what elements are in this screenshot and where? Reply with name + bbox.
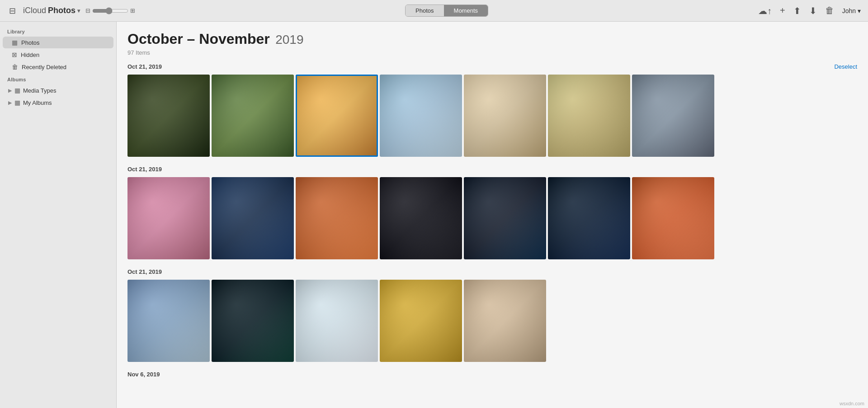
photo-canvas (296, 75, 378, 157)
title-year: 2019 (275, 33, 303, 47)
app-logo: iCloud Photos ▾ (23, 6, 80, 15)
app-chevron-icon[interactable]: ▾ (77, 8, 80, 14)
section-header-1: Oct 21, 2019 Deselect (127, 63, 857, 70)
photo-canvas (127, 75, 210, 157)
section-header-3: Oct 21, 2019 (127, 268, 857, 275)
sidebar-group-media-types[interactable]: ▶ ▦ Media Types (3, 84, 113, 96)
content-header: October – November 2019 97 Items (127, 31, 857, 56)
sidebar-item-photos-label: Photos (21, 39, 39, 46)
sidebar: Library ▦ Photos ⊠ Hidden 🗑 Recently Del… (0, 22, 117, 408)
photo-section-1: Oct 21, 2019 Deselect (127, 63, 857, 157)
photo-thumb[interactable] (212, 75, 294, 157)
photo-section-nov: Nov 6, 2019 (127, 371, 857, 378)
watermark: wsxdn.com (840, 401, 864, 406)
photo-canvas (548, 177, 630, 259)
photo-grid-3 (127, 280, 857, 362)
my-albums-chevron-icon: ▶ (8, 100, 12, 106)
sidebar-group-my-albums[interactable]: ▶ ▦ My Albums (3, 97, 113, 108)
photo-thumb[interactable] (464, 177, 546, 259)
topbar-left: ⊟ iCloud Photos ▾ ⊟ ⊞ (7, 4, 135, 18)
photo-thumb[interactable] (632, 75, 714, 157)
share-button[interactable]: ⬆ (793, 5, 801, 16)
view-tab-group: Photos Moments (405, 5, 488, 17)
media-types-chevron-icon: ▶ (8, 88, 12, 94)
sidebar-item-hidden[interactable]: ⊠ Hidden (3, 49, 113, 61)
topbar-center: Photos Moments (405, 5, 488, 17)
photo-canvas (548, 75, 630, 157)
user-menu[interactable]: John ▾ (842, 7, 861, 14)
photo-canvas (380, 75, 462, 157)
tab-moments[interactable]: Moments (444, 5, 488, 16)
photo-thumb[interactable] (127, 177, 210, 259)
section-header-2: Oct 21, 2019 (127, 166, 857, 173)
photo-canvas (632, 177, 714, 259)
content-area: October – November 2019 97 Items Oct 21,… (117, 22, 868, 408)
photo-canvas (464, 280, 546, 362)
zoom-slider[interactable] (92, 7, 128, 14)
topbar-right: ☁↑ + ⬆ ⬇ 🗑 John ▾ (758, 5, 861, 16)
add-button[interactable]: + (780, 5, 785, 16)
download-button[interactable]: ⬇ (809, 5, 817, 16)
sidebar-item-recently-deleted-label: Recently Deleted (22, 64, 66, 70)
photo-thumb[interactable] (548, 75, 630, 157)
sidebar-group-media-types-label: Media Types (23, 87, 56, 94)
photo-thumb[interactable] (632, 177, 714, 259)
app-name: Photos (48, 6, 75, 15)
deselect-button[interactable]: Deselect (834, 63, 857, 70)
page-title: October – November 2019 (127, 31, 857, 47)
photo-thumb[interactable] (464, 280, 546, 362)
photo-thumb[interactable] (296, 177, 378, 259)
hidden-icon: ⊠ (12, 51, 17, 58)
recently-deleted-icon: 🗑 (12, 63, 18, 70)
photo-grid-2 (127, 177, 857, 259)
photo-thumb[interactable] (380, 280, 462, 362)
photo-canvas (464, 177, 546, 259)
photo-thumb[interactable] (127, 75, 210, 157)
my-albums-folder-icon: ▦ (14, 99, 20, 106)
section-header-nov: Nov 6, 2019 (127, 371, 857, 378)
albums-section-label: Albums (0, 73, 116, 84)
item-count: 97 Items (127, 49, 857, 56)
brand-name: iCloud (23, 6, 46, 15)
photo-thumb[interactable] (212, 177, 294, 259)
photos-icon: ▦ (12, 39, 18, 46)
photo-thumb[interactable] (296, 75, 378, 157)
section-date-2: Oct 21, 2019 (127, 166, 162, 173)
photo-canvas (127, 280, 210, 362)
photo-canvas (380, 280, 462, 362)
photo-thumb[interactable] (127, 280, 210, 362)
main-layout: Library ▦ Photos ⊠ Hidden 🗑 Recently Del… (0, 22, 868, 408)
photo-canvas (127, 177, 210, 259)
photo-canvas (212, 177, 294, 259)
upload-button[interactable]: ☁↑ (758, 5, 772, 16)
photo-canvas (296, 177, 378, 259)
photo-thumb[interactable] (380, 177, 462, 259)
photo-canvas (464, 75, 546, 157)
library-section-label: Library (0, 25, 116, 36)
photo-thumb[interactable] (212, 280, 294, 362)
photo-canvas (296, 280, 378, 362)
section-date-nov: Nov 6, 2019 (127, 371, 160, 378)
delete-button[interactable]: 🗑 (825, 5, 834, 16)
sidebar-item-recently-deleted[interactable]: 🗑 Recently Deleted (3, 61, 113, 73)
photo-section-2: Oct 21, 2019 (127, 166, 857, 259)
zoom-out-icon: ⊟ (85, 7, 90, 14)
photo-canvas (212, 75, 294, 157)
photo-canvas (380, 177, 462, 259)
sidebar-item-hidden-label: Hidden (21, 52, 39, 58)
photo-thumb[interactable] (380, 75, 462, 157)
title-range: October – November (127, 31, 270, 47)
tab-photos[interactable]: Photos (406, 5, 443, 16)
photo-canvas (632, 75, 714, 157)
photo-thumb[interactable] (296, 280, 378, 362)
photo-canvas (212, 280, 294, 362)
sidebar-item-photos[interactable]: ▦ Photos (3, 37, 113, 48)
photo-section-3: Oct 21, 2019 (127, 268, 857, 362)
zoom-control: ⊟ ⊞ (85, 7, 135, 14)
photo-thumb[interactable] (548, 177, 630, 259)
sidebar-toggle-button[interactable]: ⊟ (7, 4, 18, 18)
section-date-1: Oct 21, 2019 (127, 63, 162, 70)
topbar: ⊟ iCloud Photos ▾ ⊟ ⊞ Photos Moments ☁↑ … (0, 0, 868, 22)
photo-grid-1 (127, 75, 857, 157)
photo-thumb[interactable] (464, 75, 546, 157)
